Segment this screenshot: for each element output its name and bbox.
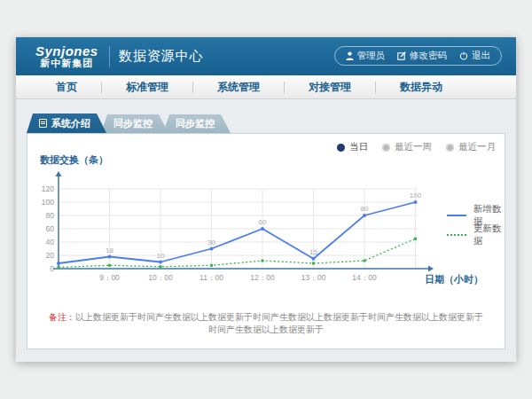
svg-text:40: 40: [46, 238, 55, 246]
logo-sub: 新中新集团: [35, 59, 98, 69]
svg-text:20: 20: [46, 251, 55, 260]
svg-text:18: 18: [106, 246, 113, 254]
nav-item-data-change[interactable]: 数据异动: [376, 80, 466, 95]
svg-text:10: 10: [157, 252, 165, 260]
legend-item-updated-data: 更新数据: [447, 225, 505, 245]
nav-item-home[interactable]: 首页: [32, 80, 101, 95]
logout-button[interactable]: 退出: [459, 50, 490, 62]
user-toolbar: 管理员 修改密码 退出: [334, 46, 503, 66]
edit-icon: [397, 51, 406, 60]
solid-line-icon: [447, 215, 466, 216]
svg-text:11：00: 11：00: [200, 273, 223, 282]
svg-text:14：00: 14：00: [352, 273, 377, 282]
tab-label: 同步监控: [176, 117, 215, 130]
nav-item-standard-mgmt[interactable]: 标准管理: [102, 80, 192, 95]
svg-text:80: 80: [361, 205, 369, 213]
tab-label: 同步监控: [113, 117, 153, 130]
dotted-line-icon: [447, 234, 466, 236]
logo-brand: Synjones: [35, 44, 98, 59]
svg-text:60: 60: [259, 218, 267, 226]
admin-user-button[interactable]: 管理员: [346, 50, 386, 62]
document-icon: [39, 119, 47, 128]
legend-label: 更新数据: [473, 223, 505, 247]
logout-label: 退出: [472, 50, 490, 62]
header-divider: [109, 46, 110, 67]
nav-item-interface-mgmt[interactable]: 对接管理: [285, 80, 375, 95]
change-password-label: 修改密码: [410, 50, 447, 62]
svg-text:60: 60: [46, 224, 55, 233]
tab-sync-monitor-2[interactable]: 同步监控: [163, 114, 231, 133]
footnote-text: 以上数据更新于时间产生数据以上数据更新于时间产生数据以上数据更新于时间产生数据以…: [75, 312, 483, 334]
svg-text:100: 100: [410, 192, 422, 200]
admin-label: 管理员: [357, 50, 386, 62]
tab-bar: 系统介绍 同步监控 同步监控: [27, 113, 225, 133]
user-icon: [346, 51, 354, 60]
main-nav: 首页 标准管理 系统管理 对接管理 数据异动: [16, 75, 516, 99]
power-icon: [459, 51, 468, 60]
svg-text:120: 120: [42, 184, 54, 193]
svg-text:12：00: 12：00: [250, 273, 275, 282]
svg-text:9：00: 9：00: [99, 273, 120, 282]
svg-text:80: 80: [46, 211, 55, 220]
svg-text:30: 30: [207, 239, 215, 246]
logo: Synjones 新中新集团: [35, 44, 98, 68]
app-window: Synjones 新中新集团 数据资源中心 管理员 修改密码: [16, 37, 516, 362]
footnote: 备注：以上数据更新于时间产生数据以上数据更新于时间产生数据以上数据更新于时间产生…: [27, 311, 505, 336]
svg-text:10：00: 10：00: [148, 273, 173, 282]
content-panel: 当日 最近一周 最近一月 数据交换（条） 0204060801001209：00…: [27, 133, 505, 349]
change-password-button[interactable]: 修改密码: [397, 50, 447, 62]
svg-text:15: 15: [309, 248, 317, 256]
x-axis-title: 日期（小时）: [425, 273, 483, 286]
tab-sync-monitor-1[interactable]: 同步监控: [101, 114, 168, 133]
app-header: Synjones 新中新集团 数据资源中心 管理员 修改密码: [16, 37, 516, 75]
chart-legend: 新增数据 更新数据: [447, 206, 505, 245]
page-title: 数据资源中心: [119, 48, 204, 65]
svg-text:100: 100: [42, 198, 54, 207]
svg-text:13：00: 13：00: [301, 273, 326, 282]
footnote-prefix: 备注：: [49, 312, 75, 322]
tab-system-intro[interactable]: 系统介绍: [27, 113, 106, 133]
tab-label: 系统介绍: [51, 117, 90, 130]
nav-item-system-mgmt[interactable]: 系统管理: [193, 80, 284, 95]
